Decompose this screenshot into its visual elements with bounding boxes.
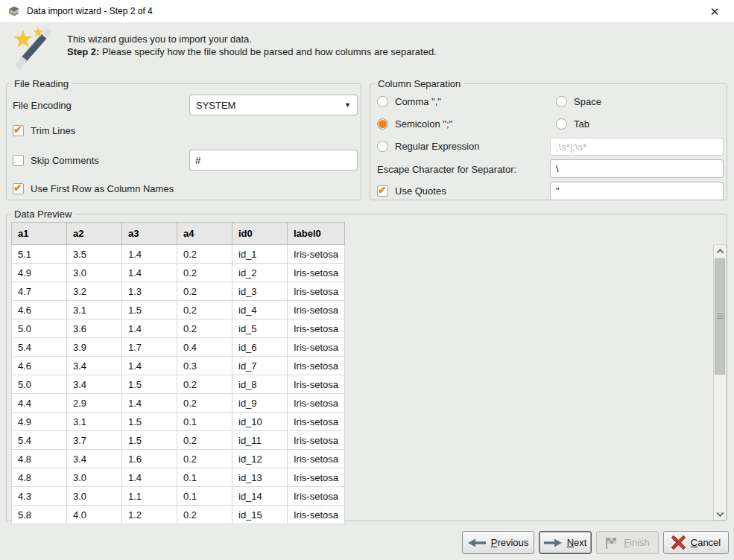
close-icon[interactable]: ✕ xyxy=(706,3,724,21)
comma-radio-label: Comma "," xyxy=(395,96,441,107)
table-cell: 5.1 xyxy=(12,245,67,264)
table-cell: 0.2 xyxy=(177,394,232,413)
table-row: 4.83.01.40.1id_13Iris-setosa xyxy=(12,468,345,487)
trim-lines-row: Trim Lines xyxy=(13,125,75,136)
table-cell: 3.1 xyxy=(67,301,122,319)
table-row: 5.84.01.20.2id_15Iris-setosa xyxy=(12,506,345,524)
skip-comments-input[interactable] xyxy=(189,150,358,171)
use-quotes-input[interactable] xyxy=(550,182,724,200)
regex-radio-label: Regular Expression xyxy=(395,141,479,152)
table-cell: Iris-setosa xyxy=(288,338,345,357)
preview-header-row: a1a2a3a4id0label0 xyxy=(12,223,345,245)
cancel-button[interactable]: Cancel xyxy=(663,531,729,554)
table-cell: id_5 xyxy=(232,319,288,338)
table-cell: 1.4 xyxy=(122,264,177,282)
table-cell: id_14 xyxy=(232,487,288,506)
semicolon-radio-row: Semicolon ";" xyxy=(377,118,452,130)
vertical-scrollbar[interactable] xyxy=(713,244,727,521)
skip-comments-row: Skip Comments xyxy=(13,155,99,166)
table-cell: 0.2 xyxy=(177,431,232,450)
table-cell: 0.2 xyxy=(177,375,232,394)
trim-lines-label: Trim Lines xyxy=(31,125,75,136)
semicolon-radio[interactable] xyxy=(377,118,388,130)
table-cell: 4.8 xyxy=(12,468,67,487)
regex-input xyxy=(550,138,724,156)
table-cell: id_12 xyxy=(232,450,288,468)
comma-radio[interactable] xyxy=(377,96,388,107)
table-cell: Iris-setosa xyxy=(288,450,345,468)
skip-comments-checkbox[interactable] xyxy=(13,155,24,166)
table-cell: 3.0 xyxy=(67,468,122,487)
table-row: 4.93.01.40.2id_2Iris-setosa xyxy=(12,264,345,282)
use-quotes-label: Use Quotes xyxy=(395,185,446,197)
table-cell: id_7 xyxy=(232,357,288,375)
table-cell: Iris-setosa xyxy=(288,375,345,394)
finish-flag-icon xyxy=(605,537,618,549)
table-cell: 1.2 xyxy=(122,506,177,524)
table-cell: id_10 xyxy=(232,413,288,431)
table-cell: 1.6 xyxy=(122,450,177,468)
scroll-down-icon[interactable] xyxy=(714,508,726,520)
table-cell: id_8 xyxy=(232,375,288,394)
table-row: 4.42.91.40.2id_9Iris-setosa xyxy=(12,394,345,413)
table-row: 4.63.11.50.2id_4Iris-setosa xyxy=(12,301,345,319)
table-cell: 5.0 xyxy=(12,319,67,338)
table-cell: 3.4 xyxy=(67,357,122,375)
space-radio[interactable] xyxy=(556,96,567,107)
table-cell: 5.4 xyxy=(12,338,67,357)
table-cell: 0.3 xyxy=(177,357,232,375)
table-cell: 3.4 xyxy=(67,450,122,468)
table-cell: 3.7 xyxy=(67,431,122,450)
table-cell: 5.4 xyxy=(12,431,67,450)
scrollbar-thumb[interactable] xyxy=(715,258,725,375)
wizard-banner: This wizard guides you to import your da… xyxy=(0,24,734,74)
table-cell: 0.1 xyxy=(177,413,232,431)
table-cell: 1.4 xyxy=(122,245,177,264)
skip-comments-label: Skip Comments xyxy=(31,155,99,166)
table-cell: id_2 xyxy=(232,264,288,282)
table-cell: 0.1 xyxy=(177,468,232,487)
file-reading-legend: File Reading xyxy=(11,78,72,89)
table-row: 4.93.11.50.1id_10Iris-setosa xyxy=(12,413,345,431)
table-cell: 3.5 xyxy=(67,245,122,264)
use-quotes-checkbox[interactable] xyxy=(377,185,388,197)
escape-char-input[interactable] xyxy=(550,159,724,178)
step-text: Please specify how the file should be pa… xyxy=(99,46,436,57)
regex-radio[interactable] xyxy=(377,141,388,152)
trim-lines-checkbox[interactable] xyxy=(13,125,24,136)
table-cell: 0.2 xyxy=(177,319,232,338)
table-cell: 4.4 xyxy=(12,394,67,413)
table-cell: 1.5 xyxy=(122,431,177,450)
cancel-x-icon xyxy=(671,535,686,550)
table-cell: Iris-setosa xyxy=(288,413,345,431)
scroll-up-icon[interactable] xyxy=(714,245,726,257)
use-quotes-input-wrap xyxy=(550,182,724,200)
tab-radio[interactable] xyxy=(556,118,567,130)
table-cell: Iris-setosa xyxy=(288,506,345,524)
skip-comments-input-wrap xyxy=(189,150,358,171)
table-cell: id_9 xyxy=(232,394,288,413)
next-button[interactable]: Next xyxy=(539,531,592,554)
table-cell: Iris-setosa xyxy=(288,487,345,506)
data-import-wizard-window: Data import wizard - Step 2 of 4 ✕ This … xyxy=(0,0,734,560)
table-cell: Iris-setosa xyxy=(288,245,345,264)
title-bar: Data import wizard - Step 2 of 4 ✕ xyxy=(0,0,734,23)
previous-button[interactable]: Previous xyxy=(462,531,534,554)
table-row: 5.43.91.70.4id_6Iris-setosa xyxy=(12,338,345,357)
table-cell: 5.0 xyxy=(12,375,67,394)
use-quotes-row: Use Quotes xyxy=(377,185,446,197)
table-cell: id_6 xyxy=(232,338,288,357)
table-cell: 4.6 xyxy=(12,357,67,375)
table-row: 5.03.41.50.2id_8Iris-setosa xyxy=(12,375,345,394)
table-row: 5.03.61.40.2id_5Iris-setosa xyxy=(12,319,345,338)
first-row-checkbox[interactable] xyxy=(13,183,24,194)
app-icon xyxy=(7,4,21,18)
file-encoding-value: SYSTEM xyxy=(196,100,235,111)
table-cell: 3.1 xyxy=(67,413,122,431)
table-cell: Iris-setosa xyxy=(288,319,345,338)
table-row: 5.43.71.50.2id_11Iris-setosa xyxy=(12,431,345,450)
table-cell: 0.2 xyxy=(177,245,232,264)
table-cell: 5.8 xyxy=(12,506,67,524)
table-cell: id_11 xyxy=(232,431,288,450)
file-encoding-select[interactable]: SYSTEM ▼ xyxy=(189,95,358,115)
